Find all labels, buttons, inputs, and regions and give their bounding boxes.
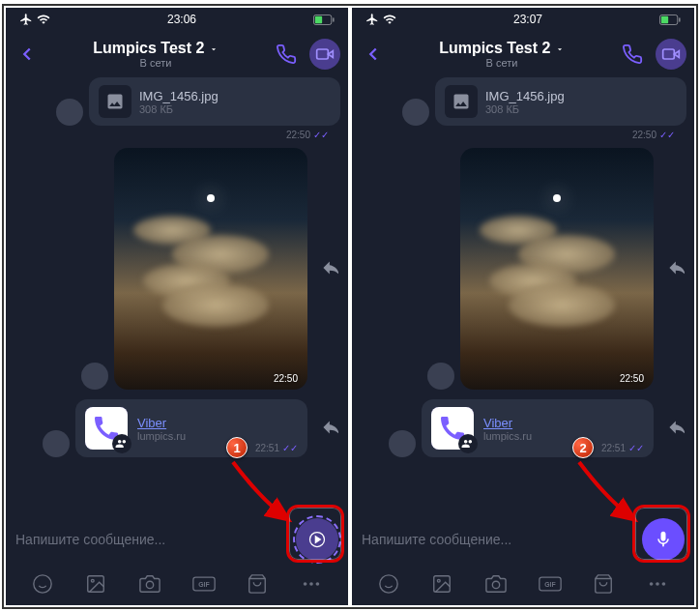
svg-point-12: [309, 582, 313, 586]
svg-point-24: [650, 582, 654, 586]
message-input[interactable]: Напишите сообщение...: [362, 532, 642, 547]
image-message[interactable]: 22:50: [360, 148, 686, 390]
forward-icon[interactable]: [663, 417, 686, 440]
more-icon[interactable]: [299, 571, 324, 596]
file-size: 308 КБ: [485, 103, 677, 115]
shop-icon[interactable]: [245, 571, 270, 596]
svg-point-21: [492, 581, 499, 588]
link-thumbnail: [431, 407, 474, 450]
camera-icon[interactable]: [137, 571, 162, 596]
airplane-icon: [365, 13, 379, 26]
chat-status: В сети: [48, 57, 263, 69]
file-message[interactable]: IMG_1456.jpg 308 КБ: [360, 77, 686, 126]
phone-left: 23:06 Lumpics Test 2 В сети: [6, 8, 348, 605]
svg-point-5: [34, 575, 51, 593]
back-button[interactable]: [14, 41, 41, 68]
chat-title[interactable]: Lumpics Test 2: [394, 40, 609, 57]
svg-point-26: [662, 582, 666, 586]
msg-timestamp: 22:50 ✓✓: [14, 130, 340, 140]
voice-message-button[interactable]: [642, 518, 685, 561]
chat-title[interactable]: Lumpics Test 2: [48, 40, 263, 57]
status-bar: 23:06: [6, 8, 348, 31]
gif-icon[interactable]: GIF: [538, 571, 563, 596]
svg-point-8: [146, 581, 153, 588]
bottom-toolbar: GIF: [6, 563, 348, 605]
phone-right: 23:07 Lumpics Test 2 В сети: [352, 8, 694, 605]
svg-rect-15: [661, 15, 668, 22]
battery-icon: [313, 15, 335, 25]
link-url: lumpics.ru: [137, 430, 298, 442]
video-call-button[interactable]: [656, 39, 686, 70]
bottom-toolbar: GIF: [352, 563, 694, 605]
video-call-button[interactable]: [309, 39, 340, 70]
image-message[interactable]: 22:50: [14, 148, 340, 390]
svg-rect-16: [679, 17, 680, 22]
forward-icon[interactable]: [663, 257, 686, 280]
status-bar: 23:07: [352, 8, 694, 31]
svg-rect-3: [317, 49, 329, 59]
svg-point-7: [92, 579, 95, 582]
voice-call-button[interactable]: [617, 39, 648, 70]
file-size: 308 КБ: [139, 103, 331, 115]
svg-point-25: [656, 582, 659, 586]
svg-point-20: [438, 579, 441, 582]
file-name: IMG_1456.jpg: [485, 89, 677, 103]
link-url: lumpics.ru: [483, 430, 644, 442]
file-name: IMG_1456.jpg: [139, 89, 331, 103]
battery-icon: [659, 15, 681, 25]
avatar: [56, 99, 83, 126]
link-timestamp: 22:51 ✓✓: [601, 443, 644, 453]
file-message[interactable]: IMG_1456.jpg 308 КБ: [14, 77, 340, 126]
img-timestamp: 22:50: [274, 373, 298, 384]
voice-call-button[interactable]: [271, 39, 302, 70]
link-thumbnail: [85, 407, 128, 450]
forward-icon[interactable]: [317, 257, 340, 280]
avatar: [389, 430, 416, 457]
message-input[interactable]: Напишите сообщение...: [15, 532, 296, 547]
gallery-icon[interactable]: [429, 571, 454, 596]
input-area: Напишите сообщение...: [352, 516, 694, 563]
img-timestamp: 22:50: [620, 373, 644, 384]
link-title: Viber: [483, 416, 644, 430]
svg-point-13: [316, 582, 320, 586]
forward-icon[interactable]: [317, 417, 340, 440]
status-time: 23:06: [167, 13, 196, 26]
avatar: [427, 363, 454, 390]
group-badge-icon: [458, 434, 478, 453]
camera-icon[interactable]: [483, 571, 509, 596]
svg-point-11: [304, 582, 307, 586]
svg-point-18: [380, 575, 397, 593]
avatar: [81, 363, 108, 390]
chat-status: В сети: [394, 57, 609, 69]
airplane-icon: [19, 13, 33, 26]
back-button[interactable]: [360, 41, 387, 68]
status-time: 23:07: [513, 13, 542, 26]
microphone-icon: [654, 530, 673, 549]
sticker-icon[interactable]: [376, 571, 401, 596]
link-message[interactable]: Viber lumpics.ru 22:51 ✓✓: [14, 399, 340, 457]
avatar: [43, 430, 70, 457]
avatar: [402, 99, 429, 126]
svg-rect-1: [315, 15, 322, 22]
msg-timestamp: 22:50 ✓✓: [360, 130, 686, 140]
svg-text:GIF: GIF: [544, 581, 555, 588]
gallery-icon[interactable]: [83, 571, 108, 596]
svg-rect-17: [663, 49, 675, 59]
link-message[interactable]: Viber lumpics.ru 22:51 ✓✓: [360, 399, 686, 457]
shop-icon[interactable]: [591, 571, 616, 596]
video-message-button[interactable]: [296, 518, 338, 561]
nav-bar: Lumpics Test 2 В сети: [6, 31, 348, 77]
input-area: Напишите сообщение...: [6, 516, 348, 563]
svg-rect-2: [333, 17, 334, 22]
more-icon[interactable]: [645, 571, 670, 596]
sticker-icon[interactable]: [30, 571, 55, 596]
link-timestamp: 22:51 ✓✓: [255, 443, 298, 453]
nav-bar: Lumpics Test 2 В сети: [352, 31, 694, 77]
link-title: Viber: [137, 416, 298, 430]
file-icon: [99, 85, 131, 118]
wifi-icon: [37, 13, 50, 26]
svg-text:GIF: GIF: [198, 581, 209, 588]
gif-icon[interactable]: GIF: [191, 571, 217, 596]
group-badge-icon: [112, 434, 131, 453]
file-icon: [445, 85, 478, 118]
